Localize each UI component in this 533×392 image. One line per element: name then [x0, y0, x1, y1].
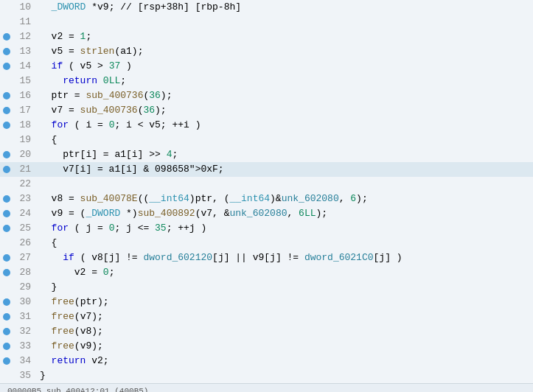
code-line: free(v8); — [37, 324, 533, 339]
table-row: 30 free(ptr); — [0, 295, 533, 309]
breakpoint-indicator[interactable] — [0, 166, 13, 173]
code-line: return 0LL; — [37, 74, 533, 88]
breakpoint-indicator[interactable] — [0, 313, 13, 321]
table-row: 28 v2 = 0; — [0, 265, 533, 280]
table-row: 29 } — [0, 280, 533, 295]
line-number: 29 — [13, 280, 37, 295]
line-number: 15 — [13, 74, 37, 88]
line-number: 10 — [13, 0, 37, 15]
table-row: 21 v7[i] = a1[i] & 098658">0xF; — [0, 162, 533, 177]
table-row: 23 v8 = sub_40078E((__int64)ptr, (__int6… — [0, 192, 533, 206]
table-row: 12 v2 = 1; — [0, 29, 533, 44]
code-line: } — [37, 368, 533, 383]
table-row: 34 return v2; — [0, 354, 533, 368]
code-line: } — [37, 280, 533, 295]
breakpoint-indicator[interactable] — [0, 92, 13, 99]
code-line: { — [37, 236, 533, 251]
breakpoint-indicator[interactable] — [0, 63, 13, 70]
code-line: return v2; — [37, 354, 533, 368]
table-row: 14 if ( v5 > 37 ) — [0, 59, 533, 74]
line-number: 18 — [13, 118, 37, 133]
code-line: v2 = 0; — [37, 265, 533, 280]
table-row: 13 v5 = strlen(a1); — [0, 44, 533, 59]
breakpoint-indicator[interactable] — [0, 107, 13, 114]
status-text: 00000B5 sub_400A12:01 (400B5) — [7, 387, 148, 393]
table-row: 18 for ( i = 0; i < v5; ++i ) — [0, 118, 533, 133]
table-row: 19 { — [0, 133, 533, 147]
code-line: free(v7); — [37, 309, 533, 324]
status-bar: 00000B5 sub_400A12:01 (400B5) — [0, 383, 533, 392]
code-line — [37, 177, 533, 192]
code-line: for ( i = 0; i < v5; ++i ) — [37, 118, 533, 133]
line-number: 28 — [13, 265, 37, 280]
breakpoint-indicator[interactable] — [0, 195, 13, 203]
line-number: 22 — [13, 177, 37, 192]
line-number: 34 — [13, 354, 37, 368]
line-number: 13 — [13, 44, 37, 59]
code-line: ptr[i] = a1[i] >> 4; — [37, 147, 533, 162]
line-number: 19 — [13, 133, 37, 147]
line-number: 21 — [13, 162, 37, 177]
line-number: 33 — [13, 339, 37, 354]
table-row: 17 v7 = sub_400736(36); — [0, 103, 533, 118]
breakpoint-indicator[interactable] — [0, 210, 13, 217]
table-row: 10 _DWORD *v9; // [rsp+38h] [rbp-8h] — [0, 0, 533, 15]
table-row: 22 — [0, 177, 533, 192]
breakpoint-indicator[interactable] — [0, 122, 13, 129]
table-row: 16 ptr = sub_400736(36); — [0, 88, 533, 103]
breakpoint-indicator[interactable] — [0, 225, 13, 232]
breakpoint-indicator[interactable] — [0, 343, 13, 350]
line-number: 35 — [13, 368, 37, 383]
breakpoint-indicator[interactable] — [0, 357, 13, 365]
code-line: free(ptr); — [37, 295, 533, 309]
code-line: v7[i] = a1[i] & 098658">0xF; — [37, 162, 533, 177]
line-number: 24 — [13, 206, 37, 221]
code-line: for ( j = 0; j <= 35; ++j ) — [37, 221, 533, 236]
table-row: 32 free(v8); — [0, 324, 533, 339]
code-line: if ( v8[j] != dword_602120[j] || v9[j] !… — [37, 251, 533, 265]
code-line: if ( v5 > 37 ) — [37, 59, 533, 74]
code-line: v2 = 1; — [37, 29, 533, 44]
code-line: ptr = sub_400736(36); — [37, 88, 533, 103]
code-line — [37, 15, 533, 29]
line-number: 25 — [13, 221, 37, 236]
breakpoint-indicator[interactable] — [0, 269, 13, 276]
table-row: 31 free(v7); — [0, 309, 533, 324]
line-number: 27 — [13, 251, 37, 265]
table-row: 15 return 0LL; — [0, 74, 533, 88]
table-row: 26 { — [0, 236, 533, 251]
line-number: 17 — [13, 103, 37, 118]
code-line: v7 = sub_400736(36); — [37, 103, 533, 118]
line-number: 30 — [13, 295, 37, 309]
table-row: 25 for ( j = 0; j <= 35; ++j ) — [0, 221, 533, 236]
line-number: 23 — [13, 192, 37, 206]
table-row: 20 ptr[i] = a1[i] >> 4; — [0, 147, 533, 162]
code-editor: 10 _DWORD *v9; // [rsp+38h] [rbp-8h]11 1… — [0, 0, 533, 392]
breakpoint-indicator[interactable] — [0, 33, 13, 41]
table-row: 11 — [0, 15, 533, 29]
breakpoint-indicator[interactable] — [0, 328, 13, 335]
line-number: 11 — [13, 15, 37, 29]
breakpoint-indicator[interactable] — [0, 254, 13, 262]
line-number: 20 — [13, 147, 37, 162]
code-line: v9 = (_DWORD *)sub_400892(v7, &unk_60208… — [37, 206, 533, 221]
code-line: v5 = strlen(a1); — [37, 44, 533, 59]
code-line: _DWORD *v9; // [rsp+38h] [rbp-8h] — [37, 0, 533, 15]
table-row: 33 free(v9); — [0, 339, 533, 354]
table-row: 27 if ( v8[j] != dword_602120[j] || v9[j… — [0, 251, 533, 265]
breakpoint-indicator[interactable] — [0, 48, 13, 55]
line-number: 31 — [13, 309, 37, 324]
line-number: 26 — [13, 236, 37, 251]
breakpoint-indicator[interactable] — [0, 298, 13, 306]
code-line: { — [37, 133, 533, 147]
table-row: 24 v9 = (_DWORD *)sub_400892(v7, &unk_60… — [0, 206, 533, 221]
line-number: 16 — [13, 88, 37, 103]
breakpoint-indicator[interactable] — [0, 151, 13, 158]
code-line: v8 = sub_40078E((__int64)ptr, (__int64)&… — [37, 192, 533, 206]
table-row: 35} — [0, 368, 533, 383]
line-number: 32 — [13, 324, 37, 339]
line-number: 14 — [13, 59, 37, 74]
code-line: free(v9); — [37, 339, 533, 354]
line-number: 12 — [13, 29, 37, 44]
